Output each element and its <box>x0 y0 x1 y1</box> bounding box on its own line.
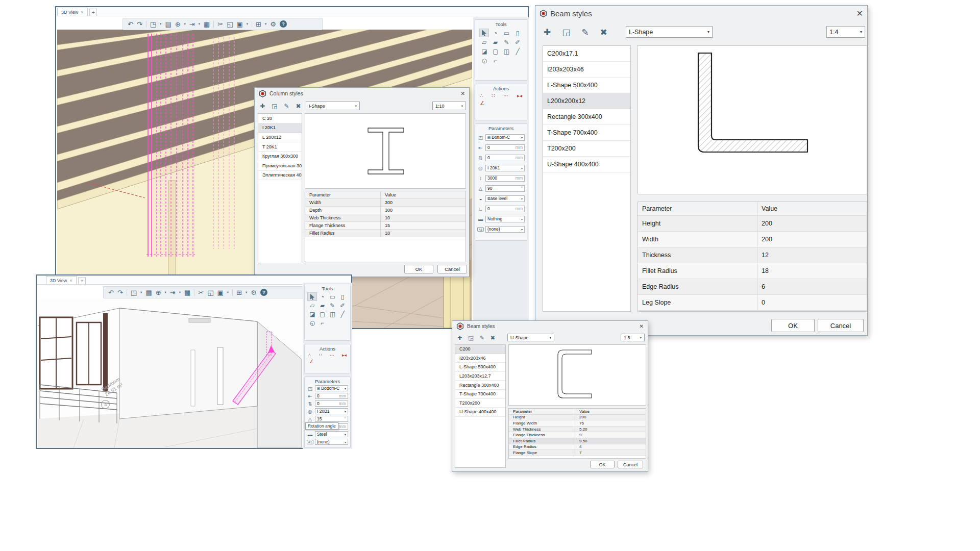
new-tab-button[interactable]: + <box>78 277 86 284</box>
select-cursor-icon[interactable] <box>480 29 488 37</box>
export-icon[interactable]: ⇥ <box>170 289 176 296</box>
close-icon[interactable]: ✕ <box>856 9 863 18</box>
open-folder-icon[interactable]: ▤ <box>145 289 152 296</box>
rotation-angle-input[interactable]: 15° <box>315 416 348 422</box>
add-style-icon[interactable]: ✚ <box>457 335 462 341</box>
duplicate-style-icon[interactable]: ◲ <box>468 335 473 341</box>
rectangle-tool-icon[interactable]: ▭ <box>328 293 337 300</box>
edit-style-icon[interactable]: ✎ <box>480 335 484 341</box>
table-row[interactable]: Web Thickness5.20 <box>509 427 646 433</box>
linear-array-icon[interactable]: ∴ <box>480 93 483 98</box>
list-item[interactable]: Rectangle 300x400 <box>455 381 505 390</box>
rotation-input[interactable]: 90° <box>485 185 525 192</box>
window-tool-icon[interactable]: ◫ <box>328 310 337 318</box>
table-row[interactable]: Width300 <box>305 199 465 207</box>
elevation-input[interactable]: 0mm <box>485 206 525 212</box>
ok-button[interactable]: OK <box>404 265 433 273</box>
chevron-down-icon[interactable]: ▾ <box>199 22 200 26</box>
pencil-tool-icon[interactable]: ✎ <box>502 38 511 46</box>
marker-tool-icon[interactable]: ✐ <box>338 302 347 309</box>
list-item[interactable]: I203x203x46 <box>543 62 630 78</box>
scale-select[interactable]: 1:4▾ <box>826 26 865 38</box>
table-row[interactable]: Web Thickness10 <box>305 214 465 222</box>
list-item[interactable]: Эллиптическая 400x30 <box>258 171 302 181</box>
dialog-title-bar[interactable]: Column styles ✕ <box>255 88 469 99</box>
shape-type-select[interactable]: U-Shape▾ <box>507 334 554 341</box>
redo-icon[interactable]: ↷ <box>137 21 142 28</box>
radial-array-icon[interactable]: ∷ <box>492 93 495 98</box>
door-tool-icon[interactable]: ▢ <box>491 47 500 55</box>
open-folder-icon[interactable]: ▤ <box>165 21 171 28</box>
list-item[interactable]: T200x200 <box>455 399 505 408</box>
roof-tool-icon[interactable]: ▰ <box>318 302 327 309</box>
delete-style-icon[interactable]: ✖ <box>296 103 301 110</box>
import-icon[interactable]: ⊕ <box>175 21 181 28</box>
offset-x-input[interactable]: 0mm <box>485 144 525 151</box>
shape-type-select[interactable]: L-Shape▾ <box>626 26 713 38</box>
cut-icon[interactable]: ✂ <box>198 289 204 296</box>
table-row[interactable]: Height200 <box>638 216 867 232</box>
angle-measure-icon[interactable]: ∠ <box>480 100 485 106</box>
chevron-down-icon[interactable]: ▾ <box>179 291 181 294</box>
cancel-button[interactable]: Cancel <box>618 461 643 468</box>
list-item[interactable]: U-Shape 400x400 <box>455 408 505 417</box>
ok-button[interactable]: OK <box>590 461 615 468</box>
chevron-down-icon[interactable]: ▾ <box>227 291 229 294</box>
roof-tool-icon[interactable]: ▰ <box>491 38 500 46</box>
path-array-icon[interactable]: ⋯ <box>330 353 334 358</box>
pour-tool-icon[interactable]: ◵ <box>480 57 488 64</box>
chevron-down-icon[interactable]: ▾ <box>160 22 161 26</box>
list-item[interactable]: Круглая 300x300 <box>258 152 302 161</box>
table-row[interactable]: Flange Thickness15 <box>305 222 465 230</box>
list-item[interactable]: T 20K1 <box>258 142 302 152</box>
table-row-selected[interactable]: Fillet Radius9.50 <box>509 438 646 444</box>
dialog-title-bar[interactable]: Beam styles ✕ <box>535 6 867 21</box>
table-row[interactable]: Leg Slope0 <box>638 295 867 311</box>
view-cube-icon[interactable]: ◳ <box>150 21 156 28</box>
list-item-selected[interactable]: L200x200x12 <box>543 93 630 109</box>
height-input[interactable]: 3000mm <box>485 175 525 182</box>
table-row[interactable]: Flange Thickness9 <box>509 432 646 438</box>
new-tab-button[interactable]: + <box>89 9 97 16</box>
select-cursor-icon[interactable] <box>308 293 316 300</box>
chevron-down-icon[interactable]: ▾ <box>140 291 142 294</box>
delete-style-icon[interactable]: ✖ <box>491 335 495 341</box>
list-item[interactable]: L203x203x12.7 <box>455 372 505 381</box>
chevron-down-icon[interactable]: ▾ <box>265 22 266 26</box>
close-icon[interactable]: ✕ <box>460 90 465 96</box>
line-tool-icon[interactable]: ╱ <box>513 47 522 55</box>
list-item[interactable]: L-Shape 500x400 <box>455 363 505 372</box>
tab-close-icon[interactable]: × <box>81 10 83 15</box>
line-tool-icon[interactable]: ╱ <box>338 310 347 318</box>
table-row[interactable]: Edge Radius6 <box>638 279 867 295</box>
chevron-down-icon[interactable]: ▾ <box>184 22 186 26</box>
path-array-icon[interactable]: ⋯ <box>503 93 508 98</box>
list-item[interactable]: T-Shape 700x400 <box>543 125 630 141</box>
label-select[interactable]: (none)▾ <box>315 439 348 445</box>
duplicate-style-icon[interactable]: ◲ <box>562 27 570 38</box>
slab-tool-icon[interactable]: ▱ <box>480 38 488 46</box>
edit-style-icon[interactable]: ✎ <box>284 103 289 110</box>
help-icon[interactable]: ? <box>280 20 287 28</box>
table-row[interactable]: Width200 <box>638 232 867 247</box>
duplicate-style-icon[interactable]: ◲ <box>272 103 277 110</box>
compass-tool-icon[interactable]: ◔ <box>491 29 500 37</box>
pour-tool-icon[interactable]: ◵ <box>308 319 316 327</box>
material-select[interactable]: Steel▾ <box>315 431 348 437</box>
connector-tool-icon[interactable]: ⌐ <box>318 319 327 327</box>
chevron-down-icon[interactable]: ▾ <box>247 22 248 26</box>
list-item[interactable]: L 200x12 <box>258 133 302 142</box>
list-item-selected[interactable]: C200 <box>455 345 505 354</box>
linear-array-icon[interactable]: ∴ <box>308 353 311 358</box>
material-select[interactable]: Nothing▾ <box>485 216 525 222</box>
schedule-table-icon[interactable]: ⊞ <box>236 289 242 296</box>
table-row[interactable]: Flange Slope7 <box>509 450 646 456</box>
window-tool-icon[interactable]: ◫ <box>502 47 511 55</box>
list-item[interactable]: C200x17.1 <box>543 46 630 62</box>
shape-type-select[interactable]: I-Shape▾ <box>306 102 360 110</box>
copy-icon[interactable]: ◱ <box>227 21 233 28</box>
table-row[interactable]: Fillet Radius18 <box>638 263 867 279</box>
tab-3d-view[interactable]: 3D View × <box>57 8 88 16</box>
list-item[interactable]: T-Shape 700x400 <box>455 390 505 399</box>
label-select[interactable]: (none)▾ <box>485 226 525 233</box>
